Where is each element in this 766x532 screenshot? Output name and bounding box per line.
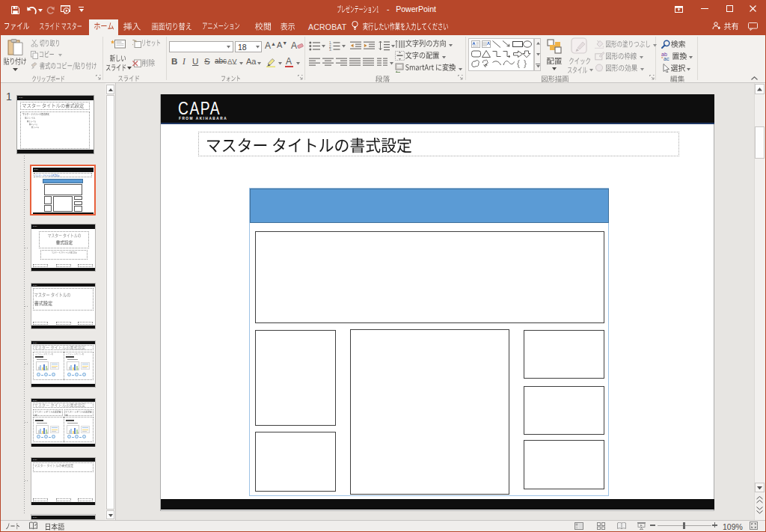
svg-text:ac: ac bbox=[664, 56, 670, 61]
svg-text:3.: 3. bbox=[329, 48, 332, 51]
